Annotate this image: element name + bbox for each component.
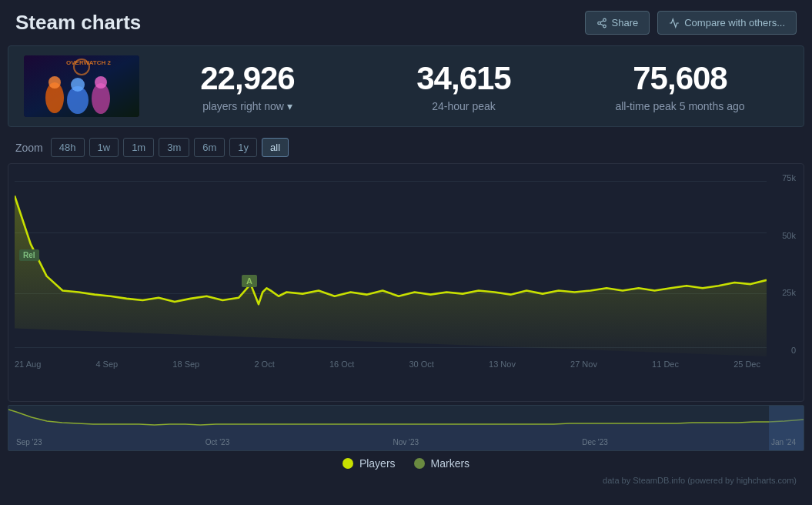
svg-point-10 — [71, 78, 85, 92]
stat-24h-peak-value: 34,615 — [371, 60, 556, 97]
share-icon — [596, 18, 607, 28]
mini-chart-labels: Sep '23 Oct '23 Nov '23 Dec '23 Jan '24 — [8, 438, 804, 446]
mini-x-jan24: Jan '24 — [771, 438, 796, 446]
compare-icon — [669, 18, 680, 28]
stat-players-now: 22,926 players right now ▾ — [139, 60, 356, 112]
game-art: OVERWATCH 2 — [24, 55, 139, 117]
mini-x-sep23: Sep '23 — [16, 438, 42, 446]
mini-x-oct23: Oct '23 — [206, 438, 229, 446]
legend-players: Players — [343, 457, 396, 470]
svg-line-4 — [600, 20, 603, 22]
x-label-25dec: 25 Dec — [733, 360, 760, 369]
stat-players-now-label: players right now ▾ — [155, 100, 340, 112]
stat-all-time-label: all-time peak 5 months ago — [587, 100, 773, 112]
y-label-75k: 75k — [782, 173, 802, 182]
chart-svg — [15, 172, 767, 356]
y-axis: 75k 50k 25k 0 — [782, 172, 802, 356]
x-label-21aug: 21 Aug — [15, 360, 41, 369]
markers-label: Markers — [431, 457, 470, 470]
zoom-1y[interactable]: 1y — [229, 138, 257, 157]
x-label-27nov: 27 Nov — [570, 360, 597, 369]
svg-point-8 — [48, 76, 61, 89]
zoom-48h[interactable]: 48h — [51, 138, 85, 157]
svg-line-3 — [600, 23, 603, 25]
page-header: Steam charts Share Compare with others..… — [0, 0, 812, 45]
y-label-0: 0 — [782, 346, 802, 355]
x-label-11dec: 11 Dec — [652, 360, 679, 369]
game-image: OVERWATCH 2 — [24, 55, 139, 117]
x-label-4sep: 4 Sep — [95, 360, 118, 369]
attribution: data by SteamDB.info (powered by highcha… — [0, 473, 812, 485]
svg-point-1 — [597, 22, 600, 25]
mini-x-nov23: Nov '23 — [393, 438, 419, 446]
x-label-2oct: 2 Oct — [254, 360, 274, 369]
game-thumbnail: OVERWATCH 2 — [24, 55, 139, 117]
x-label-18sep: 18 Sep — [172, 360, 199, 369]
zoom-label: Zoom — [15, 142, 43, 154]
svg-point-0 — [603, 18, 606, 22]
a-marker: A — [242, 275, 257, 287]
zoom-6m[interactable]: 6m — [194, 138, 225, 157]
x-label-30oct: 30 Oct — [409, 360, 433, 369]
zoom-all[interactable]: all — [262, 138, 289, 157]
legend-markers: Markers — [414, 457, 470, 470]
y-label-50k: 50k — [782, 231, 802, 240]
svg-point-12 — [95, 76, 107, 89]
x-label-13nov: 13 Nov — [489, 360, 516, 369]
stat-all-time-peak: 75,608 all-time peak 5 months ago — [572, 60, 788, 112]
compare-button[interactable]: Compare with others... — [657, 11, 797, 35]
zoom-3m[interactable]: 3m — [159, 138, 189, 157]
main-chart: 75k 50k 25k 0 Rel A 21 Aug 4 Sep 18 S — [8, 163, 804, 402]
stats-bar: OVERWATCH 2 22,926 players right now ▾ 3… — [8, 45, 804, 127]
stat-24h-peak: 34,615 24-hour peak — [356, 60, 572, 112]
mini-chart[interactable]: Sep '23 Oct '23 Nov '23 Dec '23 Jan '24 — [8, 405, 804, 451]
rel-marker: Rel — [19, 249, 39, 261]
chart-legend: Players Markers — [0, 451, 812, 473]
mini-x-dec23: Dec '23 — [582, 438, 608, 446]
stat-players-now-value: 22,926 — [155, 60, 340, 97]
stat-24h-peak-label: 24-hour peak — [371, 100, 556, 112]
markers-dot — [414, 458, 425, 469]
page-title: Steam charts — [15, 11, 141, 35]
players-dot — [343, 458, 353, 469]
share-button[interactable]: Share — [585, 11, 650, 35]
stat-all-time-value: 75,608 — [587, 60, 773, 97]
zoom-1w[interactable]: 1w — [89, 138, 119, 157]
x-axis: 21 Aug 4 Sep 18 Sep 2 Oct 16 Oct 30 Oct … — [8, 356, 767, 370]
header-actions: Share Compare with others... — [585, 11, 797, 35]
players-now-dot: ▾ — [287, 100, 292, 112]
zoom-bar: Zoom 48h 1w 1m 3m 6m 1y all — [0, 127, 812, 163]
y-label-25k: 25k — [782, 288, 802, 297]
svg-point-2 — [603, 25, 606, 28]
svg-text:OVERWATCH 2: OVERWATCH 2 — [66, 59, 111, 66]
zoom-1m[interactable]: 1m — [123, 138, 154, 157]
players-label: Players — [359, 457, 396, 470]
x-label-16oct: 16 Oct — [329, 360, 354, 369]
